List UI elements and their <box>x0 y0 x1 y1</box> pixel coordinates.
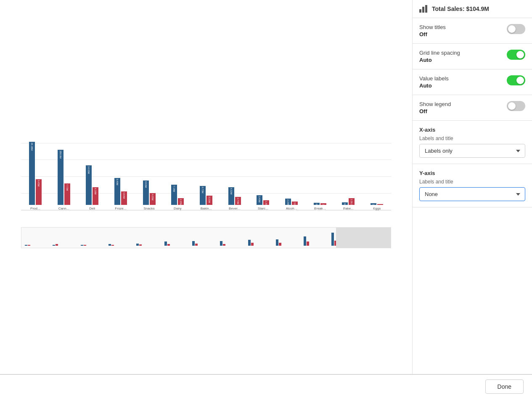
value-labels-value: Auto <box>419 82 449 89</box>
mini-red-bar <box>28 245 30 246</box>
mini-bar-group <box>25 230 53 246</box>
mini-blue-bar <box>220 241 222 246</box>
mini-bar-group <box>109 230 136 246</box>
mini-bar-group <box>53 230 80 246</box>
show-legend-section: Show legend Off <box>413 95 532 121</box>
bar-category-label: Eggs <box>370 207 384 210</box>
bar-category-label: Bever... <box>227 207 242 210</box>
bar-group-bars: 14.63M 6.16M <box>86 165 98 205</box>
bar-category-label: Break... <box>312 207 327 210</box>
mini-scroll-indicator <box>336 228 391 248</box>
show-legend-thumb <box>508 102 516 110</box>
mini-red-bar <box>307 241 309 246</box>
show-legend-value: Off <box>419 108 451 114</box>
mini-blue-bar <box>192 241 195 246</box>
grid-line-toggle[interactable] <box>507 50 525 60</box>
bar-group: 2B6.9M 7.72M Cann... <box>50 150 78 210</box>
chart-panel: 26.1BM 9.45M Prod... 2B6.9M 7.72M Cann..… <box>0 0 412 374</box>
bar-group: 3.49M 1.66M Starc... <box>249 195 278 210</box>
y-axis-title: Y-axis <box>419 170 525 176</box>
mini-bar-group <box>192 230 220 246</box>
grid-line-label: Grid line spacing <box>419 50 460 56</box>
bar-group-bars: 678.25K 329.95K <box>314 203 326 205</box>
bar-category-label: Dairy <box>170 207 185 210</box>
mini-red-bar <box>223 244 225 246</box>
bar-group-bars: 3.49M 1.66M <box>257 195 269 205</box>
red-bar: 329.95K <box>320 203 326 205</box>
blue-bar: 2.29M <box>285 199 291 205</box>
bar-group: 9.49M 4.64M Froze... <box>106 178 135 210</box>
mini-chart <box>21 227 391 248</box>
red-bar: S21.77M <box>292 202 298 205</box>
red-bar: 2.36.11K <box>349 198 355 205</box>
icon-bar-1 <box>419 9 421 13</box>
bar-group: 2.29M S21.77M Alcoh... <box>277 199 306 210</box>
red-bar: 2.73M <box>235 197 241 205</box>
bar-group: 6.32M 2.73M Bever... <box>220 187 249 210</box>
show-titles-toggle[interactable] <box>507 24 525 34</box>
show-legend-label: Show legend <box>419 101 451 107</box>
y-axis-select[interactable]: None Labels only Labels and title Title … <box>419 187 525 201</box>
bar-category-label: Froze... <box>113 207 128 210</box>
bar-category-label: Snacks <box>142 207 156 210</box>
x-axis-select[interactable]: Labels only Labels and title Title only … <box>419 144 525 158</box>
mini-bar-group <box>220 230 248 246</box>
blue-bar: 3.49M <box>257 195 262 205</box>
bar-group: 842.3K 2.36.11K Bake... <box>334 198 363 210</box>
y-axis-sublabel: Labels and title <box>419 179 525 185</box>
bar-chart-icon <box>419 5 429 13</box>
mini-red-bar <box>251 243 254 246</box>
bottom-bar: Done <box>0 374 532 398</box>
show-legend-left: Show legend Off <box>419 101 451 114</box>
red-bar: 4.64M <box>121 191 127 205</box>
x-axis-section: X-axis Labels and title Labels only Labe… <box>413 121 532 164</box>
mini-blue-bar <box>53 245 55 246</box>
bar-group-bars: 26.1BM 9.45M <box>29 142 42 205</box>
red-bar <box>377 204 383 205</box>
mini-blue-bar <box>81 245 83 246</box>
bar-group-bars: 6.32M 2.73M <box>228 187 241 205</box>
mini-blue-bar <box>304 236 306 246</box>
red-bar: 4.05M <box>150 193 156 205</box>
mini-blue-bar <box>164 241 167 246</box>
bar-group-bars: 2.29M S21.77M <box>285 199 298 205</box>
bar-category-label: Deli <box>85 207 100 210</box>
icon-bar-2 <box>422 7 424 13</box>
bar-group-bars: 245.27K <box>371 203 383 205</box>
mini-bar-group <box>136 230 164 246</box>
mini-blue-bar <box>109 244 111 246</box>
mini-red-bar <box>195 244 198 246</box>
x-axis-title: X-axis <box>419 127 525 133</box>
red-bar: 9.45M <box>36 179 42 205</box>
blue-bar: 8.63M <box>143 180 149 205</box>
blue-bar: 6.32M <box>228 187 234 205</box>
mini-blue-bar <box>136 244 139 246</box>
bar-category-label: Prod... <box>28 207 42 210</box>
blue-bar: 9.49M <box>114 178 120 205</box>
red-bar: 1.66M <box>263 200 269 205</box>
grid-line-thumb <box>516 51 524 58</box>
show-titles-section: Show titles Off <box>413 18 532 44</box>
bar-group-bars: 842.3K 2.36.11K <box>342 198 355 205</box>
value-labels-section: Value labels Auto <box>413 69 532 95</box>
value-labels-toggle[interactable] <box>507 75 525 85</box>
bar-group-bars: 2B6.9M 7.72M <box>58 150 70 205</box>
bar-category-label: Bake... <box>341 207 356 210</box>
panel-title: Total Sales: $104.9M <box>432 5 489 12</box>
mini-blue-bar <box>276 239 278 246</box>
done-button[interactable]: Done <box>485 379 524 394</box>
bar-group: 26.1BM 9.45M Prod... <box>21 142 50 210</box>
right-panel: Total Sales: $104.9M Show titles Off Gri… <box>412 0 532 374</box>
red-bar: 6.16M <box>93 187 98 205</box>
bar-group: 6.73M 3.22M Bakin... <box>192 186 220 210</box>
bar-group: 8.63M 4.05M Snacks <box>135 180 164 210</box>
y-axis-select-wrapper: None Labels only Labels and title Title … <box>419 187 525 201</box>
chart-bars-area: 26.1BM 9.45M Prod... 2B6.9M 7.72M Cann..… <box>21 143 391 223</box>
grid-line-spacing-section: Grid line spacing Auto <box>413 44 532 69</box>
mini-red-bar <box>139 244 142 246</box>
blue-bar: 7.18M <box>171 185 177 205</box>
value-labels-thumb <box>516 77 524 84</box>
bar-group: 14.63M 6.16M Deli <box>78 165 106 210</box>
mini-red-bar <box>56 244 58 246</box>
show-legend-toggle[interactable] <box>507 101 525 111</box>
